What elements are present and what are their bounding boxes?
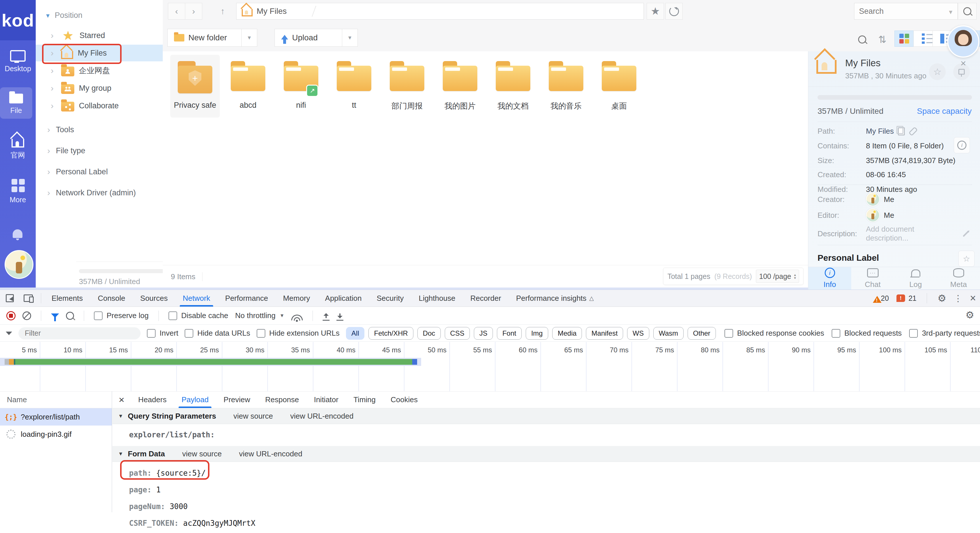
filter-chip[interactable]: Fetch/XHR — [368, 327, 413, 340]
collapse-caret-icon[interactable]: ▼ — [118, 451, 123, 457]
tree-section[interactable]: › Network Driver (admin) — [36, 184, 163, 201]
assistant-avatar[interactable] — [947, 25, 979, 57]
rail-item[interactable]: More — [0, 174, 36, 208]
chevron-right-icon[interactable]: › — [51, 48, 56, 58]
device-toolbar-icon[interactable] — [24, 294, 33, 302]
folder-tile[interactable]: + ↗ tt — [329, 55, 379, 118]
folder-tile[interactable]: + ↗ Privacy safe — [170, 55, 220, 118]
back-button[interactable]: ‹ — [168, 3, 185, 19]
search-input[interactable] — [854, 3, 943, 19]
rail-item[interactable]: 官网 — [0, 129, 36, 164]
filter-chip[interactable]: WS — [627, 327, 649, 340]
devtools-tab[interactable]: Headers△ — [131, 391, 174, 408]
folder-tile[interactable]: + ↗ 桌面 — [594, 55, 644, 118]
user-avatar[interactable] — [5, 250, 33, 279]
tree-item[interactable]: › Collaborate — [36, 97, 163, 114]
devtools-tab[interactable]: Payload△ — [174, 391, 216, 408]
assistant-close-icon[interactable]: × — [961, 57, 966, 69]
devtools-tab[interactable]: Console△ — [90, 290, 132, 307]
devtools-tab[interactable]: Response△ — [258, 391, 307, 408]
more-menu-icon[interactable]: ⋮ — [954, 293, 963, 303]
filter-input[interactable] — [24, 329, 141, 338]
view-url-encoded-link[interactable]: view URL-encoded — [239, 449, 302, 458]
view-url-encoded-link[interactable]: view URL-encoded — [290, 412, 353, 421]
folder-tile[interactable]: + ↗ nifi — [276, 55, 326, 118]
tree-item[interactable]: › 企业网盘 — [36, 62, 163, 79]
folder-tile[interactable]: + ↗ 部门周报 — [382, 55, 432, 118]
devtools-tab[interactable]: Sources△ — [133, 290, 175, 307]
favorite-button[interactable]: ☆ — [929, 64, 946, 80]
devtools-tab[interactable]: Recorder△ — [463, 290, 509, 307]
devtools-tab[interactable]: Memory△ — [275, 290, 317, 307]
filter-chip[interactable]: All — [346, 327, 365, 340]
refresh-button[interactable] — [665, 3, 683, 19]
devtools-tab[interactable]: Preview△ — [216, 391, 258, 408]
hide-data-urls-checkbox[interactable]: Hide data URLs — [185, 329, 250, 338]
tree-item[interactable]: › My group — [36, 80, 163, 97]
panel-tab[interactable]: i Info — [808, 267, 851, 290]
stepper-icons[interactable]: ▴▾ — [794, 273, 796, 280]
filter-chip[interactable]: JS — [474, 327, 493, 340]
inspect-element-icon[interactable] — [6, 294, 14, 302]
filter-chip[interactable]: Manifest — [586, 327, 623, 340]
new-folder-dropdown[interactable]: ▼ — [242, 29, 257, 47]
up-button[interactable]: ↑ — [214, 3, 231, 19]
upload-dropdown[interactable]: ▼ — [342, 29, 358, 47]
filter-funnel-icon[interactable] — [51, 313, 59, 318]
throttling-select[interactable]: No throttling▼ — [235, 311, 284, 320]
filter-checkbox[interactable]: 3rd-party requests — [909, 329, 980, 338]
breadcrumb[interactable]: My Files — [236, 3, 644, 19]
search-button[interactable] — [958, 3, 977, 19]
panel-tab[interactable]: Meta — [937, 267, 980, 290]
view-list-button[interactable] — [913, 30, 933, 47]
request-row[interactable]: ?explorer/list/path — [0, 408, 112, 426]
folder-tile[interactable]: + ↗ abcd — [223, 55, 273, 118]
close-request-icon[interactable]: × — [112, 394, 131, 406]
devtools-tab[interactable]: Performance insights△ — [509, 290, 601, 307]
network-conditions-icon[interactable] — [291, 315, 303, 320]
filter-chip[interactable]: Img — [526, 327, 548, 340]
panel-tab[interactable]: Log — [894, 267, 937, 290]
view-grid-button[interactable] — [894, 30, 914, 47]
view-source-link[interactable]: view source — [182, 449, 221, 458]
rail-item[interactable]: File — [0, 87, 32, 119]
warnings-badge[interactable]: 20 — [873, 293, 889, 304]
network-timeline[interactable]: 5 ms10 ms15 ms20 ms25 ms30 ms35 ms40 ms4… — [0, 342, 980, 391]
devtools-tab[interactable]: Performance△ — [218, 290, 276, 307]
chevron-right-icon[interactable]: › — [51, 30, 56, 40]
upload-button[interactable]: Upload — [275, 29, 342, 47]
filter-chip[interactable]: Font — [497, 327, 522, 340]
favorite-button[interactable]: ★ — [647, 3, 664, 19]
issues-badge[interactable]: !21 — [896, 294, 916, 302]
filter-chip[interactable]: Other — [687, 327, 716, 340]
link-icon[interactable] — [908, 126, 918, 136]
chevron-right-icon[interactable]: › — [51, 83, 56, 93]
network-settings-gear-icon[interactable]: ⚙ — [966, 309, 974, 321]
preserve-log-checkbox[interactable]: Preserve log — [94, 311, 149, 320]
chevron-right-icon[interactable]: › — [51, 101, 56, 111]
devtools-tab[interactable]: Lighthouse△ — [411, 290, 463, 307]
edit-pencil-icon[interactable] — [963, 231, 969, 237]
tree-item[interactable]: › Starred — [36, 27, 163, 44]
page-size-select[interactable]: 100 /page ▴▾ — [756, 270, 799, 283]
rail-item[interactable]: Desktop — [0, 46, 36, 77]
notification-bell-icon[interactable] — [13, 229, 22, 238]
copy-icon[interactable] — [898, 127, 905, 135]
label-manage-button[interactable]: ☆ — [958, 251, 975, 267]
export-har-icon[interactable] — [339, 313, 340, 318]
record-icon[interactable] — [6, 311, 16, 320]
search-dropdown-icon[interactable]: ▼ — [948, 9, 953, 16]
folder-tile[interactable]: + ↗ 我的音乐 — [541, 55, 591, 118]
search-field[interactable]: ▼ — [854, 3, 958, 19]
clear-icon[interactable] — [22, 312, 31, 320]
folder-tile[interactable]: + ↗ 我的文档 — [488, 55, 538, 118]
disable-cache-checkbox[interactable]: Disable cache — [169, 311, 228, 320]
collapse-caret-icon[interactable]: ▼ — [118, 413, 123, 419]
filter-chip[interactable]: Doc — [417, 327, 441, 340]
tree-section[interactable]: › Tools — [36, 121, 163, 138]
tree-section[interactable]: › File type — [36, 142, 163, 159]
settings-gear-icon[interactable]: ⚙ — [937, 293, 946, 304]
chevron-right-icon[interactable]: › — [51, 66, 56, 75]
filter-chip[interactable]: Wasm — [653, 327, 684, 340]
tree-section[interactable]: › Personal Label — [36, 163, 163, 180]
